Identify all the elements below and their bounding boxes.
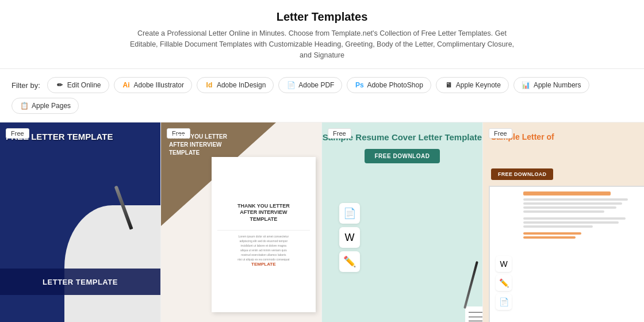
pdf-icon-sm: 📄	[496, 294, 512, 310]
card4-content-preview	[519, 187, 644, 245]
card2-paper-body: Lorem ipsum dolor sit amet consectetur a…	[237, 234, 289, 262]
card-thank-you-letter: Free THANK YOU LETTER AFTER INTERVIEW TE…	[161, 122, 322, 322]
card2-image[interactable]: Free THANK YOU LETTER AFTER INTERVIEW TE…	[161, 122, 321, 322]
card3-pen-decoration	[463, 261, 478, 309]
card3-image[interactable]: Free Sample Resume Cover Letter Template…	[322, 122, 482, 322]
page-header: Letter Templates Create a Professional L…	[0, 0, 644, 122]
card2-paper-subtitle: TEMPLATE	[251, 262, 276, 267]
word-icon: W	[339, 227, 360, 248]
pages-app-icon: ✏️	[339, 251, 360, 272]
free-badge-4: Free	[489, 128, 512, 139]
page-description: Create a Professional Letter Online in M…	[126, 28, 518, 60]
cards-grid: Free FREE LETTER TEMPLATE LETTER TEMPLAT…	[0, 122, 644, 322]
card2-paper-main-title: THANK YOU LETTERAFTER INTERVIEWTEMPLATE	[237, 203, 290, 223]
filter-label: Filter by:	[12, 81, 40, 90]
card4-app-icons: W ✏️ 📄	[496, 256, 512, 310]
free-badge-3: Free	[328, 128, 351, 139]
card-resume-cover-letter: Free Sample Resume Cover Letter Template…	[322, 122, 483, 322]
card3-download-btn[interactable]: FREE DOWNLOAD	[365, 149, 440, 163]
filter-edit-online[interactable]: Edit Online	[47, 77, 109, 93]
filter-bar: Filter by: Edit Online Ai Adobe Illustra…	[0, 69, 644, 122]
page-title: Letter Templates	[12, 10, 632, 24]
id-icon: Id	[205, 80, 214, 90]
card2-paper: THANK YOU LETTERAFTER INTERVIEWTEMPLATE …	[212, 157, 316, 312]
filter-adobe-photoshop[interactable]: Ps Adobe PhotoShop	[347, 77, 431, 93]
card1-bottom-label: LETTER TEMPLATE	[0, 269, 160, 295]
pencil-icon	[55, 80, 64, 90]
ai-icon: Ai	[122, 80, 131, 90]
card1-image[interactable]: Free FREE LETTER TEMPLATE LETTER TEMPLAT…	[0, 122, 160, 322]
pages-icon-sm: ✏️	[496, 275, 512, 291]
card-letter-of-intent: Free Sample Letter of FREE DOWNLOAD W ✏️…	[483, 122, 644, 322]
pen-decoration	[114, 186, 133, 230]
filter-apple-keynote[interactable]: 🖥 Apple Keynote	[436, 77, 509, 93]
card4-download-btn[interactable]: FREE DOWNLOAD	[491, 168, 553, 180]
pdf-icon: 📄	[286, 80, 296, 90]
filter-apple-numbers[interactable]: 📊 Apple Numbers	[513, 77, 589, 93]
word-icon-sm: W	[496, 256, 512, 272]
card4-image[interactable]: Free Sample Letter of FREE DOWNLOAD W ✏️…	[483, 122, 644, 322]
filter-adobe-illustrator[interactable]: Ai Adobe Illustrator	[114, 77, 192, 93]
free-badge-1: Free	[6, 128, 29, 139]
ps-icon: Ps	[355, 80, 364, 90]
card3-paper-front: ▬▬▬▬▬▬▬▬▬▬▬▬▬▬▬▬▬▬▬▬▬▬▬▬▬▬▬▬▬▬▬▬	[465, 306, 482, 322]
filter-adobe-pdf[interactable]: 📄 Adobe PDF	[278, 77, 342, 93]
card3-app-icons: 📄 W ✏️	[339, 203, 360, 272]
filter-adobe-indesign[interactable]: Id Adobe InDesign	[197, 77, 274, 93]
card-free-letter: Free FREE LETTER TEMPLATE LETTER TEMPLAT…	[0, 122, 161, 322]
card4-preview-screen: W ✏️ 📄	[489, 186, 644, 322]
keynote-icon: 🖥	[444, 80, 453, 90]
pages-icon: 📋	[20, 101, 29, 110]
numbers-icon: 📊	[522, 80, 531, 90]
filter-apple-pages[interactable]: 📋 Apple Pages	[12, 98, 79, 114]
google-docs-icon: 📄	[339, 203, 360, 224]
card2-overlay-text: THANK YOU LETTER AFTER INTERVIEW TEMPLAT…	[169, 133, 227, 157]
